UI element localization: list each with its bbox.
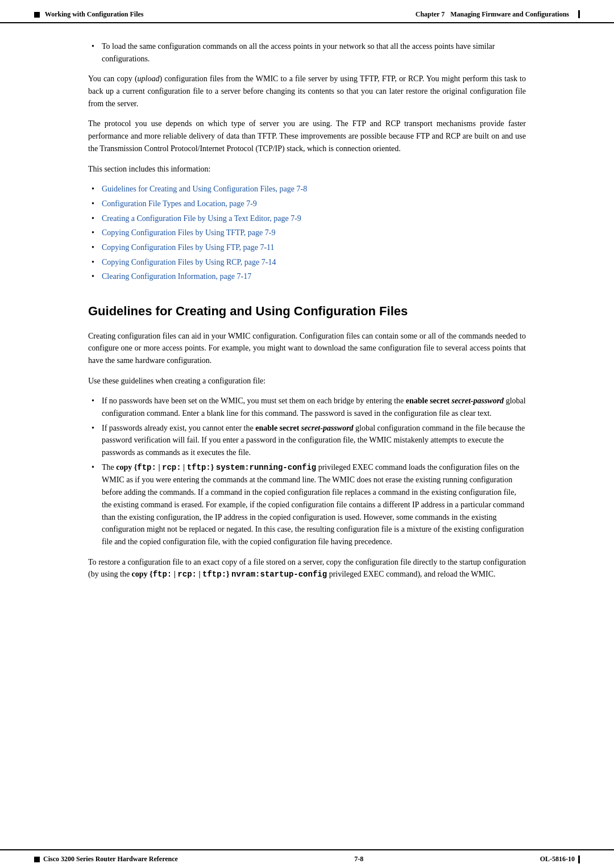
page-footer: Cisco 3200 Series Router Hardware Refere…	[0, 849, 614, 868]
page-header: Working with Configuration Files Chapter…	[0, 0, 614, 23]
toc-link-guidelines[interactable]: Guidelines for Creating and Using Config…	[102, 185, 307, 193]
list-item: Copying Configuration Files by Using FTP…	[88, 241, 526, 254]
header-bar-icon	[578, 10, 580, 18]
page: Working with Configuration Files Chapter…	[0, 0, 614, 868]
inline-bold: enable secret	[255, 424, 299, 432]
list-item: Creating a Configuration File by Using a…	[88, 212, 526, 225]
section-heading-guidelines: Guidelines for Creating and Using Config…	[88, 303, 526, 320]
header-chapter-title: Managing Firmware and Configurations	[450, 10, 569, 19]
list-item: Copying Configuration Files by Using TFT…	[88, 227, 526, 239]
footer-page-number: 7-8	[354, 855, 363, 863]
toc-list: Guidelines for Creating and Using Config…	[88, 183, 526, 283]
code-bold: rcp:	[162, 463, 181, 472]
inline-bold: enable secret	[406, 397, 450, 405]
list-item: If passwords already exist, you cannot e…	[88, 422, 526, 459]
code-bold: rcp:	[177, 570, 197, 579]
guidelines-list: If no passwords have been set on the WMI…	[88, 395, 526, 548]
inline-bold-italic: secret-password	[451, 397, 504, 405]
list-item: Copying Configuration Files by Using RCP…	[88, 256, 526, 269]
header-chapter: Chapter 7	[416, 10, 445, 19]
toc-link-types[interactable]: Configuration File Types and Location, p…	[102, 199, 257, 208]
code-bold: tftp:	[187, 463, 211, 472]
list-item: The copy {ftp: | rcp: | tftp:} system:ru…	[88, 461, 526, 548]
footer-bar-icon	[578, 856, 580, 863]
footer-right: OL-5816-10	[540, 855, 580, 863]
footer-square-icon	[34, 857, 40, 862]
section-para-1: Creating configuration files can aid in …	[88, 330, 526, 367]
inline-bold: copy {ftp: | rcp: | tftp:}	[132, 570, 230, 578]
header-left: Working with Configuration Files	[34, 10, 143, 19]
code-bold: ftp:	[153, 570, 172, 579]
header-section-title: Working with Configuration Files	[45, 10, 144, 18]
section-para-2: Use these guidelines when creating a con…	[88, 375, 526, 387]
toc-link-tftp[interactable]: Copying Configuration Files by Using TFT…	[102, 228, 275, 237]
list-item: To load the same configuration commands …	[88, 40, 526, 65]
toc-link-text-editor[interactable]: Creating a Configuration File by Using a…	[102, 214, 301, 223]
list-item: Clearing Configuration Information, page…	[88, 270, 526, 283]
header-square-icon	[34, 12, 40, 18]
intro-bullet-list: To load the same configuration commands …	[88, 40, 526, 65]
toc-link-rcp[interactable]: Copying Configuration Files by Using RCP…	[102, 258, 276, 266]
footer-page-area: 7-8	[354, 855, 363, 863]
list-item: Configuration File Types and Location, p…	[88, 198, 526, 210]
inline-code-bold: nvram:startup-config	[231, 570, 327, 579]
toc-link-clearing[interactable]: Clearing Configuration Information, page…	[102, 272, 251, 281]
final-para: To restore a configuration file to an ex…	[88, 556, 526, 581]
footer-doc-title: Cisco 3200 Series Router Hardware Refere…	[43, 855, 178, 863]
toc-link-ftp[interactable]: Copying Configuration Files by Using FTP…	[102, 243, 275, 252]
list-item: Guidelines for Creating and Using Config…	[88, 183, 526, 195]
inline-bold: copy {ftp: | rcp: | tftp:} system:runnin…	[116, 463, 316, 471]
footer-doc-number: OL-5816-10	[540, 855, 575, 863]
intro-para-3: This section includes this information:	[88, 163, 526, 176]
list-item: If no passwords have been set on the WMI…	[88, 395, 526, 419]
code-bold: tftp:	[202, 570, 226, 579]
main-content: To load the same configuration commands …	[0, 23, 614, 635]
code-bold: system:running-config	[216, 463, 316, 472]
intro-para-1: You can copy (upload) configuration file…	[88, 73, 526, 110]
intro-para-2: The protocol you use depends on which ty…	[88, 118, 526, 155]
inline-bold-italic: secret-password	[301, 424, 354, 432]
code-bold: ftp:	[137, 463, 156, 472]
footer-left: Cisco 3200 Series Router Hardware Refere…	[34, 855, 178, 863]
header-right: Chapter 7 Managing Firmware and Configur…	[416, 10, 580, 19]
upload-italic: upload	[138, 74, 160, 83]
